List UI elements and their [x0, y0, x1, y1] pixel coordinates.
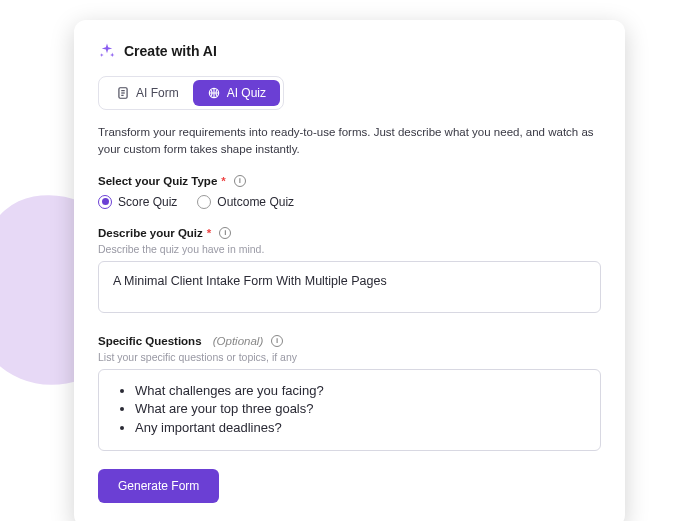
specific-question-item: Any important deadlines? [135, 419, 586, 438]
quiz-type-label: Select your Quiz Type* i [98, 175, 601, 187]
info-icon[interactable]: i [234, 175, 246, 187]
radio-input-outcome[interactable] [197, 195, 211, 209]
card-header: Create with AI [98, 42, 601, 60]
describe-hint: Describe the quiz you have in mind. [98, 243, 601, 255]
tab-quiz-label: AI Quiz [227, 86, 266, 100]
tab-ai-quiz[interactable]: AI Quiz [193, 80, 280, 106]
radio-label-outcome: Outcome Quiz [217, 195, 294, 209]
radio-outcome-quiz[interactable]: Outcome Quiz [197, 195, 294, 209]
description-text: Transform your requirements into ready-t… [98, 124, 601, 159]
radio-label-score: Score Quiz [118, 195, 177, 209]
card-title: Create with AI [124, 43, 217, 59]
brain-icon [207, 86, 221, 100]
form-icon [116, 86, 130, 100]
radio-score-quiz[interactable]: Score Quiz [98, 195, 177, 209]
quiz-type-radio-group: Score Quiz Outcome Quiz [98, 195, 601, 209]
create-ai-card: Create with AI AI Form AI Quiz Transform… [74, 20, 625, 521]
specific-label: Specific Questions (Optional) i [98, 335, 601, 347]
info-icon[interactable]: i [219, 227, 231, 239]
specific-questions-input[interactable]: What challenges are you facing? What are… [98, 369, 601, 452]
tab-form-label: AI Form [136, 86, 179, 100]
radio-input-score[interactable] [98, 195, 112, 209]
specific-question-item: What are your top three goals? [135, 400, 586, 419]
specific-question-item: What challenges are you facing? [135, 382, 586, 401]
describe-label: Describe your Quiz* i [98, 227, 601, 239]
info-icon[interactable]: i [271, 335, 283, 347]
describe-quiz-input[interactable] [98, 261, 601, 313]
tab-group: AI Form AI Quiz [98, 76, 284, 110]
generate-form-button[interactable]: Generate Form [98, 469, 219, 503]
tab-ai-form[interactable]: AI Form [102, 80, 193, 106]
sparkle-icon [98, 42, 116, 60]
specific-hint: List your specific questions or topics, … [98, 351, 601, 363]
